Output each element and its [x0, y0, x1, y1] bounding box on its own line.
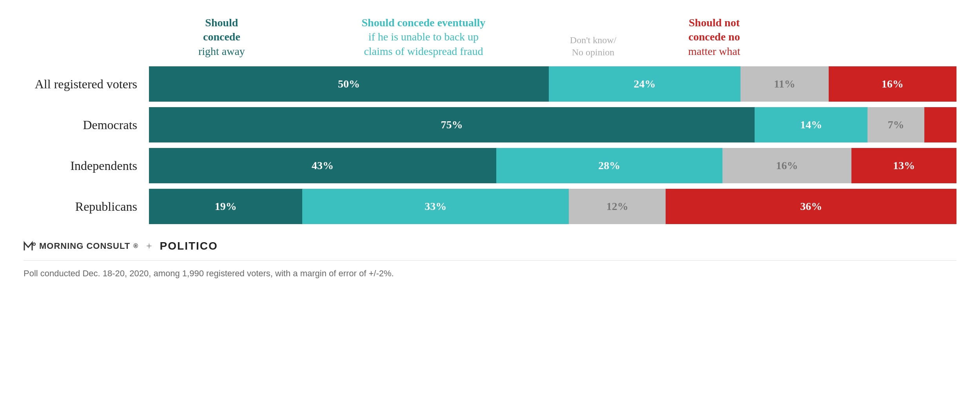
seg-ind-light-teal: 28%	[496, 148, 722, 183]
header-col-2: Should concede eventually if he is unabl…	[294, 16, 553, 58]
row-label-republicans: Republicans	[24, 199, 149, 214]
chart-container: Shouldconcede right away Should concede …	[24, 16, 956, 279]
bar-all-voters: 50% 24% 11% 16%	[149, 66, 956, 102]
seg-ind-gray: 16%	[722, 148, 852, 183]
header-col-3: Don't know/No opinion	[553, 34, 633, 58]
seg-all-gray: 11%	[740, 66, 828, 102]
mc-logo-icon	[24, 241, 36, 251]
svg-point-0	[33, 243, 35, 245]
seg-rep-gray: 12%	[569, 189, 666, 224]
footnote: Poll conducted Dec. 18-20, 2020, among 1…	[24, 268, 956, 279]
chart-rows: All registered voters 50% 24% 11% 16% De…	[24, 66, 956, 224]
seg-rep-dark-teal: 19%	[149, 189, 302, 224]
header-col-1: Shouldconcede right away	[149, 16, 294, 58]
bar-independents: 43% 28% 16% 13%	[149, 148, 956, 183]
seg-all-light-teal: 24%	[549, 66, 741, 102]
header-col2-normal: if he is unable to back upclaims of wide…	[364, 30, 483, 58]
seg-rep-red: 36%	[666, 189, 956, 224]
header-col4-normal: matter what	[688, 44, 740, 58]
seg-dem-light-teal: 14%	[755, 107, 867, 142]
footer-branding: MORNING CONSULT ® + POLITICO	[24, 240, 956, 261]
seg-all-dark-teal: 50%	[149, 66, 549, 102]
bar-republicans: 19% 33% 12% 36%	[149, 189, 956, 224]
header-col1-normal: right away	[198, 44, 245, 58]
header-col4-bold: Should notconcede no	[688, 16, 740, 44]
morning-consult-logo: MORNING CONSULT ®	[24, 241, 138, 251]
seg-all-red: 16%	[829, 66, 956, 102]
header-col2-bold: Should concede eventually	[361, 16, 485, 30]
header-col-4: Should notconcede no matter what	[633, 16, 795, 58]
row-republicans: Republicans 19% 33% 12% 36%	[24, 189, 956, 224]
seg-dem-red	[924, 107, 956, 142]
registered-mark: ®	[133, 243, 138, 250]
row-all-voters: All registered voters 50% 24% 11% 16%	[24, 66, 956, 102]
politico-logo: POLITICO	[160, 240, 218, 252]
seg-dem-gray: 7%	[867, 107, 924, 142]
morning-consult-text: MORNING CONSULT	[39, 241, 130, 251]
row-label-democrats: Democrats	[24, 118, 149, 132]
chart-header: Shouldconcede right away Should concede …	[24, 16, 956, 58]
row-label-all-voters: All registered voters	[24, 77, 149, 91]
seg-ind-red: 13%	[851, 148, 956, 183]
seg-rep-light-teal: 33%	[302, 189, 569, 224]
seg-dem-dark-teal: 75%	[149, 107, 755, 142]
header-col1-bold: Shouldconcede	[203, 16, 240, 44]
row-democrats: Democrats 75% 14% 7%	[24, 107, 956, 142]
seg-ind-dark-teal: 43%	[149, 148, 496, 183]
row-independents: Independents 43% 28% 16% 13%	[24, 148, 956, 183]
row-label-independents: Independents	[24, 159, 149, 173]
plus-separator: +	[146, 240, 152, 252]
header-col3-text: Don't know/No opinion	[570, 34, 616, 58]
bar-democrats: 75% 14% 7%	[149, 107, 956, 142]
